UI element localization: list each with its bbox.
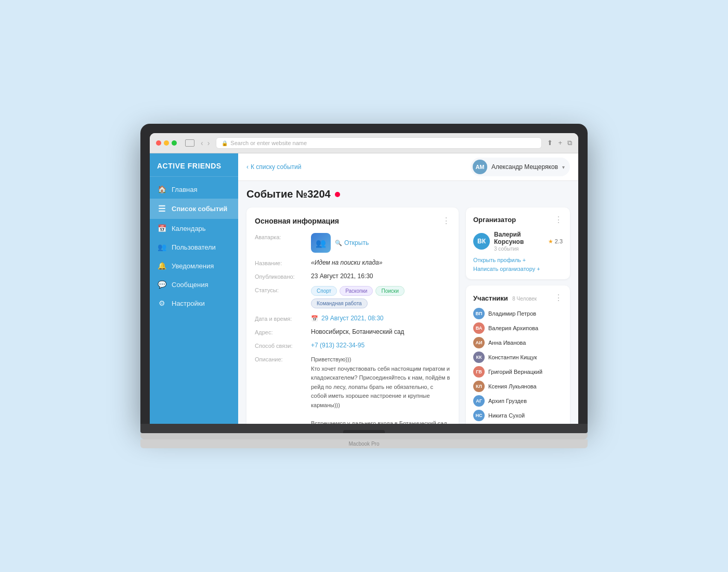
menu-dots-info[interactable]: ⋮: [442, 216, 450, 226]
sidebar-item-users[interactable]: 👥 Пользователи: [150, 238, 238, 256]
open-avatar-link[interactable]: 🔍 Открыть: [335, 239, 369, 246]
sidebar-item-messages[interactable]: 💬 Сообщения: [150, 275, 238, 294]
participant-avatar: ВП: [473, 308, 485, 319]
close-button[interactable]: [156, 140, 161, 146]
published-value: 23 Август 2021, 16:30: [311, 272, 450, 280]
user-profile[interactable]: АМ Александр Мещеряков ▾: [471, 158, 570, 176]
participant-avatar: АИ: [473, 337, 485, 348]
sidebar-item-notifications[interactable]: 🔔 Уведомления: [150, 256, 238, 275]
sidebar-brand: ACTIVE FRIENDS: [150, 153, 238, 177]
list-item: ВП Владимир Петров: [473, 308, 563, 319]
datetime-label: Дата и время:: [255, 315, 307, 322]
sidebar-label-users: Пользователи: [172, 243, 216, 251]
avatar: АМ: [473, 160, 487, 174]
list-item: ГВ Григорий Вернацкий: [473, 366, 563, 378]
datetime-value: 📅 29 Август 2021, 08:30: [311, 315, 450, 322]
organizer-avatar: ВК: [473, 233, 490, 250]
right-panel: Организатор ⋮ ВК Валерий Корсунов: [466, 207, 570, 424]
description-text: Приветствую)))Кто хочет почувствовать се…: [311, 355, 450, 424]
participants-count: 8 Человек: [512, 296, 537, 302]
status-tags: Спорт Раскопки Поиски Командная работа: [311, 286, 450, 308]
participant-name: Григорий Вернацкий: [488, 369, 542, 375]
address-bar[interactable]: 🔒 Search or enter website name: [216, 137, 542, 149]
menu-dots-participants[interactable]: ⋮: [554, 293, 563, 303]
sidebar-item-calendar[interactable]: 📅 Календарь: [150, 219, 238, 238]
calendar-icon: 📅: [157, 224, 166, 232]
avatar-initials: АМ: [475, 164, 484, 170]
gear-icon: ⚙: [157, 299, 166, 307]
top-bar: ‹ К списку событий АМ Александр Мещеряко…: [238, 153, 578, 181]
sidebar: ACTIVE FRIENDS 🏠 Главная ☰ Список событи…: [150, 153, 238, 424]
browser-bar: ‹ › 🔒 Search or enter website name ⬆ + ⧉: [150, 133, 578, 153]
forward-button[interactable]: ›: [206, 139, 211, 147]
menu-dots-organizer[interactable]: ⋮: [554, 215, 563, 225]
sidebar-nav: 🏠 Главная ☰ Список событий 📅 Календарь: [150, 177, 238, 313]
participant-name: Никита Сухой: [488, 412, 525, 419]
sidebar-label-events: Список событий: [172, 205, 227, 213]
browser-content: ACTIVE FRIENDS 🏠 Главная ☰ Список событи…: [150, 153, 578, 424]
participants-header: Участники 8 Человек ⋮: [473, 293, 563, 303]
rating-value: 2.3: [555, 238, 563, 244]
content-grid: Основная информация ⋮ Аватарка: 👥: [246, 207, 570, 424]
back-label: К списку событий: [251, 163, 301, 171]
info-row-published: Опубликовано: 23 Август 2021, 16:30: [255, 272, 450, 280]
organizer-links: Открыть профиль + Написать организатору …: [473, 257, 563, 272]
tabs-icon[interactable]: [185, 139, 194, 147]
participant-avatar: АГ: [473, 395, 485, 407]
nav-arrows: ‹ ›: [200, 139, 211, 147]
sidebar-label-home: Главная: [172, 186, 197, 193]
participant-list: ВП Владимир Петров ВА Валерия Архипова: [473, 308, 563, 421]
organizer-rating: ★ 2.3: [548, 238, 563, 245]
event-avatar-thumb: 👥: [311, 233, 331, 253]
star-icon: ★: [548, 238, 553, 245]
page-title-row: Событие №3204: [246, 188, 570, 200]
home-icon: 🏠: [157, 185, 166, 193]
info-row-description: Описание: Приветствую)))Кто хочет почувс…: [255, 355, 450, 424]
browser-chrome: ‹ › 🔒 Search or enter website name ⬆ + ⧉…: [150, 133, 578, 424]
laptop-frame: ‹ › 🔒 Search or enter website name ⬆ + ⧉…: [140, 124, 588, 448]
share-icon[interactable]: ⬆: [547, 139, 553, 147]
laptop-stand: [140, 433, 588, 439]
list-item: АИ Анна Иванова: [473, 337, 563, 348]
list-item: КЛ Ксения Лукьянова: [473, 381, 563, 392]
back-link[interactable]: ‹ К списку событий: [246, 163, 301, 171]
write-organizer-link[interactable]: Написать организатору +: [473, 266, 563, 272]
tag-team: Командная работа: [311, 298, 368, 308]
minimize-button[interactable]: [164, 140, 169, 146]
participant-avatar: ВА: [473, 322, 485, 334]
info-card: Основная информация ⋮ Аватарка: 👥: [246, 207, 459, 424]
user-name: Александр Мещеряков: [491, 163, 558, 171]
organizer-info: ВК Валерий Корсунов 3 события ★: [473, 231, 563, 252]
published-label: Опубликовано:: [255, 272, 307, 280]
browser-actions: ⬆ + ⧉: [547, 139, 572, 147]
participants-card: Участники 8 Человек ⋮ ВП Владимир: [466, 285, 570, 424]
new-tab-icon[interactable]: +: [558, 139, 562, 147]
sidebar-item-events[interactable]: ☰ Список событий: [150, 199, 238, 219]
tag-dig: Раскопки: [340, 286, 373, 296]
status-dot: [335, 192, 340, 197]
address-label: Адрес:: [255, 328, 307, 335]
lock-icon: 🔒: [222, 140, 228, 146]
avatar-label: Аватарка:: [255, 233, 307, 240]
avatar-preview: 👥 🔍 Открыть: [311, 233, 450, 253]
chevron-down-icon: ▾: [562, 164, 565, 170]
tag-sport: Спорт: [311, 286, 337, 296]
list-item: НС Никита Сухой: [473, 410, 563, 421]
info-row-statuses: Статусы: Спорт Раскопки Поиски Командная…: [255, 286, 450, 308]
back-button[interactable]: ‹: [200, 139, 204, 147]
organizer-details: Валерий Корсунов 3 события: [494, 231, 544, 252]
phone-link[interactable]: +7 (913) 322-34-95: [311, 342, 450, 349]
sidebar-item-home[interactable]: 🏠 Главная: [150, 180, 238, 199]
sidebar-item-settings[interactable]: ⚙ Настройки: [150, 294, 238, 313]
open-profile-link[interactable]: Открыть профиль +: [473, 257, 563, 263]
maximize-button[interactable]: [172, 140, 177, 146]
sidebar-label-notifications: Уведомления: [172, 262, 214, 270]
laptop-body: ‹ › 🔒 Search or enter website name ⬆ + ⧉…: [140, 124, 588, 424]
organizer-title: Организатор: [473, 216, 516, 224]
participant-avatar: КК: [473, 352, 485, 363]
page-title: Событие №3204: [246, 188, 331, 200]
contact-label: Способ связи:: [255, 342, 307, 349]
description-label: Описание:: [255, 355, 307, 362]
page-body: Событие №3204 Основная информация ⋮: [238, 181, 578, 424]
extensions-icon[interactable]: ⧉: [567, 139, 572, 147]
